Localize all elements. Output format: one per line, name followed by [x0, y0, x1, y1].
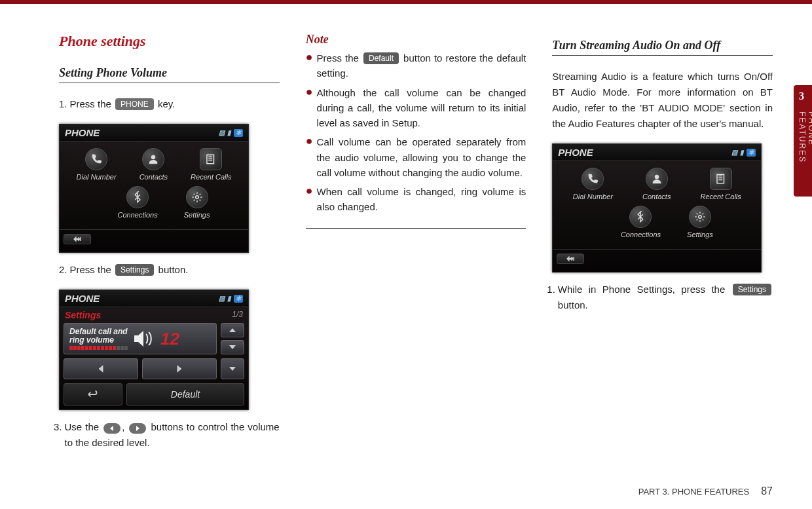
svg-rect-6 [572, 257, 573, 261]
step-2: 2. Press the Settings button. [59, 262, 280, 278]
contacts-label: Contacts [139, 173, 168, 181]
step-3-text: Use the , buttons to control the volume … [65, 419, 280, 451]
svg-rect-2 [79, 237, 80, 241]
volume-label-stack: Default call and ring volume [69, 328, 128, 350]
contacts-item-2: Contacts [642, 168, 671, 200]
dial-number-label: Dial Number [77, 173, 117, 181]
connections-icon [126, 186, 149, 208]
down-button [221, 340, 244, 354]
step-2-text-a: Press the [70, 264, 115, 275]
signal-icon: ▮ [227, 129, 231, 136]
connections-icon-2 [629, 206, 652, 228]
right-arrow-button [142, 358, 217, 379]
contacts-item: Contacts [139, 148, 168, 181]
note-2-text: Although the call volume can be changed … [317, 85, 526, 131]
step-1-text-a: Press the [70, 98, 115, 109]
settings-pager: 1/3 [232, 310, 243, 320]
step-1-num: 1. [59, 96, 67, 112]
volume-row-main: Default call and ring volume 12 [64, 323, 244, 354]
icon-row-2b: Connections Settings [558, 206, 756, 238]
step-3-num: 3. [54, 419, 62, 451]
svg-point-4 [655, 175, 659, 179]
note-list: ● Press the Default button to restore th… [306, 50, 526, 229]
device3-header: PHONE ▧ ▮ ✱ [553, 144, 761, 161]
volume-row-lr [64, 358, 244, 379]
settings-label-2: Settings [687, 231, 713, 238]
column-1: Phone settings Setting Phone Volume 1. P… [59, 33, 280, 483]
step-2-text: Press the Settings button. [70, 262, 189, 278]
device3-title: PHONE [558, 147, 593, 158]
col3-step-1-text-a: While in Phone Settings, press the [558, 284, 731, 295]
status-icons-2: ▧ ▮ ✱ [219, 295, 243, 303]
phone-key-label: PHONE [115, 98, 154, 110]
bluetooth-icon: ✱ [234, 129, 243, 137]
phone-home-screenshot: PHONE ▧ ▮ ✱ Dial Number [59, 124, 249, 253]
note-item-2: ● Although the call volume can be change… [306, 85, 526, 131]
note-1-text: Press the Default button to restore the … [317, 50, 526, 81]
note-3-text: Call volume can be operated separately f… [317, 134, 526, 180]
column-3: Turn Streaming Audio On and Off Streamin… [552, 33, 773, 483]
settings-bar: Settings 1/3 [60, 307, 248, 323]
top-accent-bar [0, 0, 812, 4]
page-footer: PART 3. PHONE FEATURES 87 [638, 485, 773, 497]
device3-body: Dial Number Contacts Recent Calls [553, 161, 761, 249]
bluetooth-icon-2: ✱ [234, 295, 243, 303]
subtitle-streaming-audio: Turn Streaming Audio On and Off [552, 39, 773, 56]
connections-label-2: Connections [621, 231, 661, 238]
side-tab-label: PHONE FEATURES [798, 111, 812, 197]
updown-spacer [221, 358, 244, 379]
icon-row-1b: Dial Number Contacts Recent Calls [558, 168, 756, 200]
up-button [221, 323, 244, 337]
dial-number-icon-2 [581, 168, 604, 190]
footer-section: PART 3. PHONE FEATURES [638, 487, 750, 497]
settings-icon [186, 186, 208, 208]
settings-bar-label: Settings [65, 310, 101, 320]
side-tab-part-num: 3 [799, 90, 805, 102]
volume-row-bottom: Default [64, 383, 244, 405]
icon-row-1: Dial Number Contacts Recent Calls [65, 148, 243, 181]
note-heading: Note [306, 33, 526, 47]
col3-step-1-text: While in Phone Settings, press the Setti… [558, 282, 773, 313]
device2-header: PHONE ▧ ▮ ✱ [60, 290, 248, 307]
step-1-text-b: key. [155, 98, 175, 109]
volume-value: 12 [160, 329, 179, 349]
back-button-2 [557, 254, 584, 264]
bullet-icon: ● [306, 50, 313, 81]
svg-point-0 [151, 155, 155, 159]
dial-number-label-2: Dial Number [573, 193, 613, 200]
bullet-icon: ● [306, 85, 313, 131]
dial-number-icon [85, 148, 107, 170]
status-icons: ▧ ▮ ✱ [219, 129, 243, 137]
subtitle-setting-volume: Setting Phone Volume [59, 66, 280, 83]
return-button [64, 383, 122, 405]
battery-icon-3: ▧ [731, 149, 737, 156]
device-footer [60, 229, 248, 252]
streaming-audio-para: Streaming Audio is a feature which turns… [552, 69, 773, 132]
note-1-text-a: Press the [317, 52, 362, 64]
battery-icon-2: ▧ [219, 295, 225, 302]
left-arrow-button [64, 358, 138, 379]
page-content: Phone settings Setting Phone Volume 1. P… [59, 33, 773, 483]
contacts-icon-2 [646, 168, 668, 190]
step-1-text: Press the PHONE key. [70, 96, 175, 112]
note-item-4: ● When call volume is changed, ring volu… [306, 184, 526, 215]
device-body: Dial Number Contacts Recent Calls [60, 141, 248, 229]
icon-row-2: Connections Settings [65, 186, 243, 219]
bluetooth-icon-3: ✱ [747, 149, 756, 157]
settings-icon-2 [689, 206, 711, 228]
connections-label: Connections [118, 211, 158, 219]
device2-title: PHONE [65, 293, 100, 304]
settings-key-label-2: Settings [733, 284, 771, 295]
contacts-label-2: Contacts [642, 193, 671, 200]
connections-item-2: Connections [621, 206, 661, 238]
phone-home-screenshot-2: PHONE ▧ ▮ ✱ Dial Number [552, 143, 762, 273]
note-item-3: ● Call volume can be operated separately… [306, 134, 526, 180]
recent-calls-item-2: Recent Calls [700, 168, 741, 200]
device-title: PHONE [65, 127, 100, 138]
battery-icon: ▧ [219, 129, 225, 136]
note-4-text: When call volume is changed, ring volume… [317, 184, 526, 215]
status-icons-3: ▧ ▮ ✱ [731, 149, 756, 157]
side-tab: 3 PHONE FEATURES [794, 85, 812, 197]
step-2-num: 2. [59, 262, 67, 278]
svg-rect-3 [81, 237, 82, 241]
